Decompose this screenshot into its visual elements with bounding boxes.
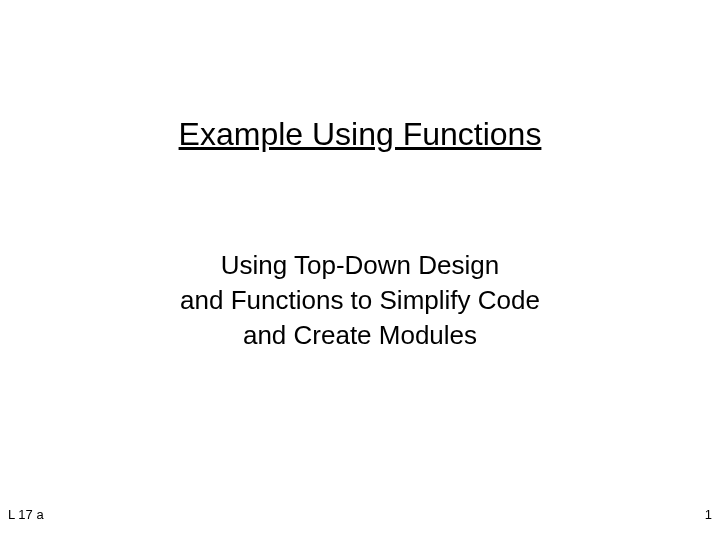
footer-left-label: L 17 a: [8, 507, 44, 522]
slide-subtitle: Using Top-Down Design and Functions to S…: [0, 248, 720, 353]
subtitle-line-2: and Functions to Simplify Code: [0, 283, 720, 318]
slide-title: Example Using Functions: [0, 116, 720, 153]
slide: Example Using Functions Using Top-Down D…: [0, 0, 720, 540]
subtitle-line-1: Using Top-Down Design: [0, 248, 720, 283]
page-number: 1: [705, 507, 712, 522]
subtitle-line-3: and Create Modules: [0, 318, 720, 353]
